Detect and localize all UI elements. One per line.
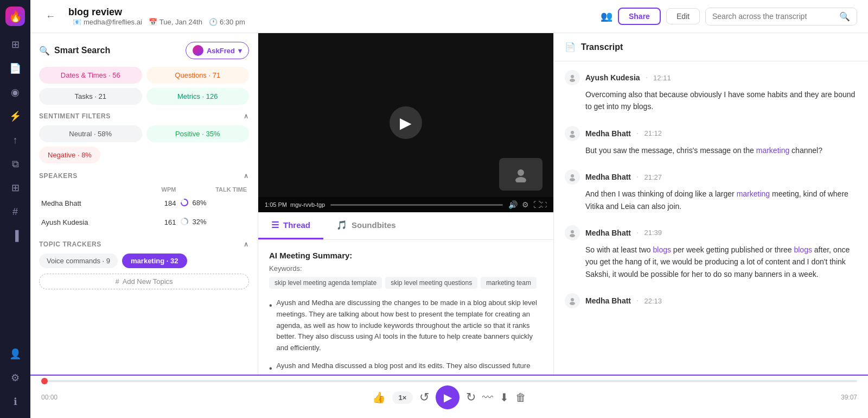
speaker-2-name: Ayush Kudesia — [39, 213, 141, 232]
smart-search-header: 🔍 Smart Search AskFred ▾ — [39, 42, 249, 59]
tab-soundbites[interactable]: 🎵 Soundbites — [323, 212, 409, 239]
topic-chips: Voice commands · 9 marketing · 32 — [39, 254, 249, 268]
talk-time-header: TALK TIME — [178, 185, 249, 194]
share-button[interactable]: Share — [618, 8, 661, 25]
topic-marketing[interactable]: marketing · 32 — [122, 254, 187, 268]
svg-point-12 — [571, 230, 574, 233]
sentiment-section-header: SENTIMENT FILTERS ∧ — [39, 112, 249, 120]
avatar-5 — [565, 293, 580, 308]
keyword-tags: skip level meeting agenda template skip … — [269, 277, 542, 289]
main-content: ← blog review 📧 medha@fireflies.ai 📅 Tue… — [30, 0, 868, 418]
tab-bar: ☰ Thread 🎵 Soundbites — [258, 212, 553, 240]
chevron-down-icon: ▾ — [238, 47, 242, 55]
video-progress-bar[interactable] — [330, 204, 503, 206]
fullscreen-button[interactable]: ⛶ — [541, 201, 547, 208]
transcript-time-5: 22:13 — [644, 297, 662, 305]
sentiment-neutral[interactable]: Neutral · 58% — [39, 125, 142, 142]
sidebar-item-grid[interactable]: ⊞ — [5, 178, 25, 198]
sidebar-item-layers[interactable]: ⧉ — [5, 154, 25, 174]
sidebar-item-upload[interactable]: ↑ — [5, 130, 25, 150]
waveform-button[interactable]: 〰 — [482, 391, 493, 404]
speakers-table: WPM TALK TIME Medha Bhatt 184 — [39, 185, 249, 232]
topic-voice-commands[interactable]: Voice commands · 9 — [39, 254, 118, 268]
speaker-2-talk-time: 32% — [178, 213, 249, 232]
delete-button[interactable]: 🗑 — [515, 391, 526, 404]
list-item: • Ayush and Medha are discussing the cha… — [269, 297, 542, 354]
wpm-header: WPM — [141, 185, 178, 194]
filter-dates-times[interactable]: Dates & Times · 56 — [39, 67, 142, 84]
soundbites-tab-icon: 🎵 — [336, 220, 347, 230]
collapse-speakers-icon[interactable]: ∧ — [244, 172, 249, 180]
keyword-2: skip level meeting questions — [385, 277, 477, 289]
tab-thread[interactable]: ☰ Thread — [258, 212, 323, 239]
sidebar-item-chart[interactable]: ▐ — [5, 226, 25, 245]
transcript-time-4: 21:39 — [644, 229, 662, 237]
like-button[interactable]: 👍 — [372, 391, 386, 404]
transcript-header: 📄 Transcript — [554, 33, 868, 61]
speed-button[interactable]: 1× — [392, 391, 413, 404]
collapse-sentiment-icon[interactable]: ∧ — [244, 112, 249, 120]
keyword-1: skip level meeting agenda template — [269, 277, 382, 289]
smart-search-title: 🔍 Smart Search — [39, 46, 110, 56]
speaker-name-5: Medha Bhatt — [585, 296, 631, 305]
svg-point-13 — [570, 234, 575, 237]
sentiment-positive[interactable]: Positive · 35% — [146, 125, 250, 142]
download-button[interactable]: ⬇ — [500, 391, 509, 404]
sidebar-item-docs[interactable]: 📄 — [5, 59, 25, 78]
forward-button[interactable]: ↻ — [466, 390, 476, 404]
filter-chips: Dates & Times · 56 Questions · 71 Tasks … — [39, 67, 249, 105]
video-player: ▶ 1:05 PM mgv-rvvb-tgp 🔊 ⚙ ⛶ — [258, 33, 553, 212]
filter-metrics[interactable]: Metrics · 126 — [146, 88, 250, 105]
svg-point-6 — [571, 75, 574, 78]
transcript-link-marketing-2[interactable]: marketing — [737, 189, 770, 198]
speaker-1-progress-circle — [180, 198, 189, 207]
sentiment-negative[interactable]: Negative · 8% — [39, 147, 100, 163]
transcript-link-blogs-1[interactable]: blogs — [653, 245, 671, 254]
player-progress-bar[interactable] — [41, 380, 857, 382]
speaker-name-2: Medha Bhatt — [585, 129, 631, 138]
rewind-button[interactable]: ↺ — [419, 390, 429, 404]
svg-point-11 — [570, 178, 575, 181]
filter-tasks[interactable]: Tasks · 21 — [39, 88, 142, 105]
transcript-time-2: 21:12 — [644, 129, 662, 137]
sidebar-item-settings[interactable]: ⚙ — [5, 368, 25, 388]
avatar-4 — [565, 225, 580, 240]
edit-button[interactable]: Edit — [666, 8, 700, 24]
transcript-search-box: 🔍 — [705, 8, 857, 26]
collapse-topics-icon[interactable]: ∧ — [244, 240, 249, 248]
keyword-3: marketing team — [481, 277, 537, 289]
sidebar-item-user[interactable]: 👤 — [5, 344, 25, 364]
sidebar-item-hashtag[interactable]: # — [5, 202, 25, 221]
video-play-button[interactable]: ▶ — [390, 106, 422, 139]
meeting-meta: 📧 medha@fireflies.ai 📅 Tue, Jan 24th 🕐 6… — [73, 18, 245, 26]
transcript-body: Ayush Kudesia · 12:11 Overcoming also th… — [554, 61, 868, 375]
player-bar: 00:00 👍 1× ↺ ▶ ↻ 〰 ⬇ 🗑 39:07 — [30, 375, 868, 418]
video-icon-1: 🔊 — [508, 200, 518, 209]
transcript-link-marketing-1[interactable]: marketing — [756, 146, 789, 155]
transcript-text-4: So with at least two blogs per week gett… — [565, 244, 857, 280]
sidebar-item-home[interactable]: ⊞ — [5, 35, 25, 54]
bullet-2-icon: • — [269, 362, 272, 375]
transcript-time-1: 12:11 — [653, 74, 671, 82]
sidebar-item-info[interactable]: ℹ — [5, 392, 25, 411]
transcript-entry-1: Ayush Kudesia · 12:11 Overcoming also th… — [565, 70, 857, 113]
add-topics-button[interactable]: # Add New Topics — [39, 274, 249, 289]
transcript-search-input[interactable] — [712, 12, 835, 21]
askfred-button[interactable]: AskFred ▾ — [186, 42, 249, 59]
thread-content: AI Meeting Summary: Keywords: skip level… — [258, 240, 553, 375]
sidebar-item-lightning[interactable]: ⚡ — [5, 106, 25, 126]
table-row: Ayush Kudesia 161 32% — [39, 213, 249, 232]
play-pause-button[interactable]: ▶ — [436, 385, 459, 409]
app-logo: 🔥 — [5, 7, 25, 26]
svg-point-14 — [571, 298, 574, 301]
back-button[interactable]: ← — [41, 9, 60, 24]
search-icon: 🔍 — [839, 11, 850, 22]
speaker-1-wpm: 184 — [141, 194, 178, 213]
avatar-icon — [513, 166, 529, 182]
askfred-avatar — [193, 45, 203, 56]
transcript-link-blogs-2[interactable]: blogs — [794, 245, 812, 254]
right-panel: 📄 Transcript Ayush Kudesia · 12:11 Overc… — [553, 33, 868, 375]
filter-questions[interactable]: Questions · 71 — [146, 67, 250, 84]
sidebar-item-analytics[interactable]: ◉ — [5, 83, 25, 102]
attendees-icon[interactable]: 👥 — [601, 10, 612, 22]
